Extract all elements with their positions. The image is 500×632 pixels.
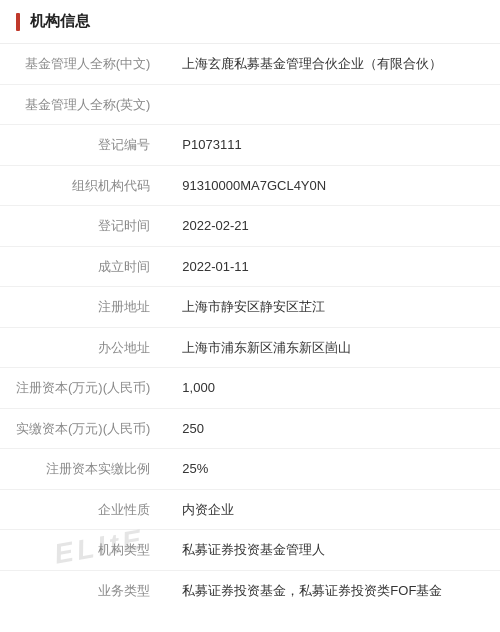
row-value: 25% (166, 449, 500, 490)
row-label: 注册资本实缴比例 (0, 449, 166, 490)
table-row: 业务类型私募证券投资基金，私募证券投资类FOF基金 (0, 570, 500, 610)
section-title: 机构信息 (30, 12, 90, 31)
table-row: 注册地址上海市静安区静安区芷江 (0, 287, 500, 328)
table-row: 基金管理人全称(英文) (0, 84, 500, 125)
table-row: 登记编号P1073111 (0, 125, 500, 166)
row-value: 2022-01-11 (166, 246, 500, 287)
row-value: P1073111 (166, 125, 500, 166)
row-label: 企业性质 (0, 489, 166, 530)
table-row: 基金管理人全称(中文)上海玄鹿私募基金管理合伙企业（有限合伙） (0, 44, 500, 84)
table-row: 登记时间2022-02-21 (0, 206, 500, 247)
row-label: 组织机构代码 (0, 165, 166, 206)
row-label: 机构类型 (0, 530, 166, 571)
header-bar-decoration (16, 13, 20, 31)
row-value: 91310000MA7GCL4Y0N (166, 165, 500, 206)
table-row: 企业性质内资企业 (0, 489, 500, 530)
row-value: 上海市浦东新区浦东新区崮山 (166, 327, 500, 368)
main-container: 机构信息 基金管理人全称(中文)上海玄鹿私募基金管理合伙企业（有限合伙）基金管理… (0, 0, 500, 632)
table-row: 实缴资本(万元)(人民币)250 (0, 408, 500, 449)
row-value (166, 84, 500, 125)
row-label: 实缴资本(万元)(人民币) (0, 408, 166, 449)
row-value: 私募证券投资基金管理人 (166, 530, 500, 571)
row-label: 注册资本(万元)(人民币) (0, 368, 166, 409)
info-table: 基金管理人全称(中文)上海玄鹿私募基金管理合伙企业（有限合伙）基金管理人全称(英… (0, 44, 500, 610)
table-row: 办公地址上海市浦东新区浦东新区崮山 (0, 327, 500, 368)
row-value: 上海市静安区静安区芷江 (166, 287, 500, 328)
row-label: 基金管理人全称(英文) (0, 84, 166, 125)
row-label: 业务类型 (0, 570, 166, 610)
row-label: 成立时间 (0, 246, 166, 287)
row-value: 2022-02-21 (166, 206, 500, 247)
row-value: 内资企业 (166, 489, 500, 530)
section-header: 机构信息 (0, 0, 500, 44)
row-label: 办公地址 (0, 327, 166, 368)
row-label: 注册地址 (0, 287, 166, 328)
row-label: 登记时间 (0, 206, 166, 247)
table-row: 成立时间2022-01-11 (0, 246, 500, 287)
row-value: 上海玄鹿私募基金管理合伙企业（有限合伙） (166, 44, 500, 84)
row-value: 1,000 (166, 368, 500, 409)
table-row: 注册资本实缴比例25% (0, 449, 500, 490)
row-value: 250 (166, 408, 500, 449)
row-label: 登记编号 (0, 125, 166, 166)
row-label: 基金管理人全称(中文) (0, 44, 166, 84)
table-row: 组织机构代码91310000MA7GCL4Y0N (0, 165, 500, 206)
table-row: 机构类型私募证券投资基金管理人 (0, 530, 500, 571)
row-value: 私募证券投资基金，私募证券投资类FOF基金 (166, 570, 500, 610)
table-row: 注册资本(万元)(人民币)1,000 (0, 368, 500, 409)
